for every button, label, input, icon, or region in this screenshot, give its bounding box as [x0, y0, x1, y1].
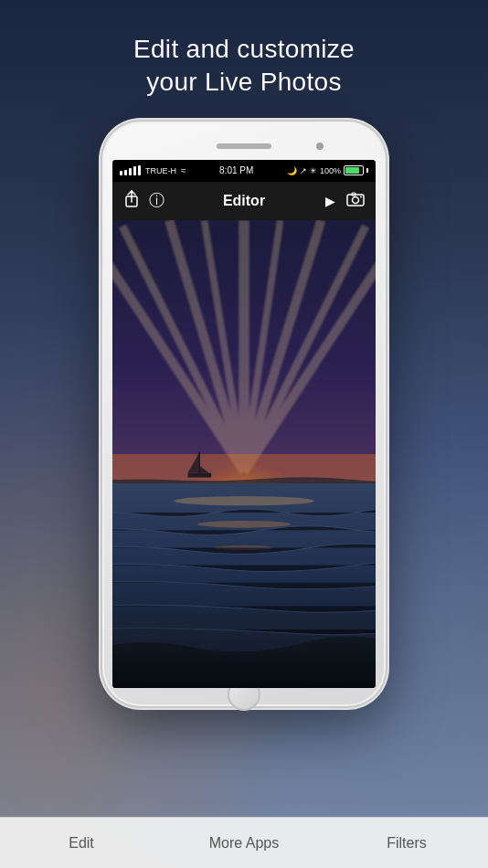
- more-apps-label: More Apps: [209, 835, 279, 852]
- wifi-icon: ≈: [181, 165, 186, 175]
- status-bar: TRUE-H ≈ 8:01 PM 🌙 ↗ ✳ 100%: [112, 160, 376, 182]
- svg-point-5: [360, 196, 362, 198]
- header-section: Edit and customize your Live Photos: [133, 0, 355, 122]
- filters-label: Filters: [387, 835, 427, 852]
- carrier-text: TRUE-H: [145, 166, 176, 175]
- status-left: TRUE-H ≈: [120, 165, 186, 175]
- sunset-image: [112, 220, 376, 688]
- front-camera: [316, 143, 324, 150]
- edit-label: Edit: [69, 835, 94, 852]
- bluetooth-icon: ✳: [310, 166, 317, 175]
- edit-tab[interactable]: Edit: [0, 835, 163, 852]
- battery-percent: 100%: [320, 166, 341, 175]
- nav-title: Editor: [223, 193, 265, 209]
- nav-right: ▶: [325, 192, 365, 209]
- status-time: 8:01 PM: [219, 165, 253, 175]
- phone-top: [108, 132, 380, 160]
- phone-screen: TRUE-H ≈ 8:01 PM 🌙 ↗ ✳ 100%: [112, 160, 376, 688]
- share-button[interactable]: [123, 190, 140, 212]
- filters-tab[interactable]: Filters: [325, 835, 488, 852]
- moon-icon: 🌙: [287, 166, 297, 175]
- status-right: 🌙 ↗ ✳ 100%: [287, 165, 368, 175]
- phone-bottom: [228, 688, 260, 699]
- app-bottom-nav: Edit More Apps Filters: [0, 817, 488, 868]
- svg-point-20: [197, 521, 291, 528]
- more-apps-tab[interactable]: More Apps: [163, 835, 325, 852]
- info-button[interactable]: ⓘ: [149, 190, 164, 211]
- location-icon: ↗: [300, 166, 307, 175]
- play-button[interactable]: ▶: [325, 194, 335, 208]
- phone-frame: TRUE-H ≈ 8:01 PM 🌙 ↗ ✳ 100%: [102, 122, 386, 706]
- camera-button[interactable]: [346, 192, 365, 209]
- signal-icon: [120, 165, 141, 175]
- photo-area: [112, 220, 376, 688]
- page-title: Edit and customize your Live Photos: [133, 33, 355, 100]
- speaker: [217, 143, 271, 149]
- svg-point-3: [353, 197, 359, 204]
- nav-left: ⓘ: [123, 190, 164, 212]
- svg-point-19: [174, 496, 314, 505]
- battery-indicator: [344, 165, 368, 175]
- app-nav-bar: ⓘ Editor ▶: [112, 182, 376, 220]
